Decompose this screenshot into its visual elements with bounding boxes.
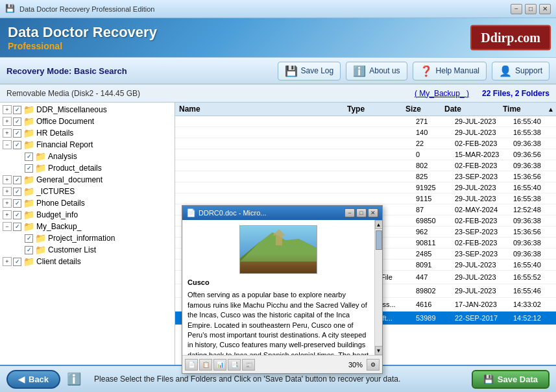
recovery-mode-label: Recovery Mode: Basic Search [6,66,272,76]
tree-expander[interactable]: + [3,210,12,219]
tree-checkbox[interactable] [13,176,21,184]
scroll-up-arrow[interactable]: ▲ [375,220,383,229]
file-row[interactable]: 9192529-JUL-202316:55:40 [175,182,556,193]
tree-item-pictures[interactable]: +📁_ICTURES [0,186,175,197]
file-row[interactable]: 911529-JUL-202316:55:38 [175,193,556,204]
tree-checkbox[interactable] [13,117,21,126]
tree-checkbox[interactable] [13,223,21,231]
col-header-type: Type [344,104,403,114]
file-row[interactable]: 2202-FEB-202309:36:38 [175,138,556,149]
tree-expander[interactable]: + [3,129,12,138]
save-data-button[interactable]: 💾 Save Data [472,370,550,389]
file-date: 29-JUL-2023 [452,273,511,281]
tree-checkbox[interactable] [13,129,21,138]
doc-minimize-btn[interactable]: − [344,208,355,217]
file-row[interactable]: 015-MAR-202309:36:56 [175,149,556,160]
tree-label: DDR_Miscellaneous [36,105,107,114]
doc-window: 📄 DDRC0.doc - Micro... − □ ✕ [182,205,383,374]
tree-checkbox[interactable] [13,141,21,149]
tree-checkbox[interactable] [25,246,33,254]
tree-item-analysis[interactable]: 📁Analysis [0,151,175,162]
tree-expander[interactable]: + [3,199,12,208]
doc-maximize-btn[interactable]: □ [356,208,367,217]
save-log-button[interactable]: 💾 Save Log [278,62,341,80]
tree-item-office_doc[interactable]: +📁Office Document [0,116,175,127]
tree-expander[interactable]: + [3,105,12,114]
col-header-name: Name [175,104,344,114]
tree-item-my_backup[interactable]: −📁My_Backup_ [0,221,175,232]
tree-checkbox[interactable] [13,258,21,266]
status-message: Please Select the Files and Folders and … [88,374,465,384]
tree-item-general_doc[interactable]: +📁General_document [0,174,175,186]
tree-checkbox[interactable] [13,211,21,219]
tree-checkbox[interactable] [13,188,21,196]
file-date: 29-JUL-2023 [452,184,511,191]
tree-item-client_details[interactable]: +📁Client details [0,256,175,267]
tree-checkbox[interactable] [13,199,21,208]
tree-item-project_info[interactable]: 📁Project_information [0,232,175,244]
folder-icon: 📁 [35,163,46,173]
support-icon: 👤 [499,65,512,77]
tree-checkbox[interactable] [25,234,33,243]
tree-expander[interactable]: − [3,140,12,149]
tree-checkbox[interactable] [13,106,21,114]
file-date: 02-FEB-2023 [452,217,511,225]
scroll-down-arrow[interactable]: ▼ [375,346,383,355]
tree-label: Office Document [36,117,94,126]
doc-footer: 📄 📋 📊 📑 📰 30% ⚙ [182,355,382,373]
file-row[interactable]: 14029-JUL-202316:55:38 [175,127,556,138]
doc-close-btn[interactable]: ✕ [368,208,378,217]
scroll-top-btn[interactable]: ▲ [546,104,556,114]
about-us-button[interactable]: ℹ️ About us [346,62,407,80]
file-row[interactable]: 27129-JUL-202316:55:40 [175,116,556,127]
tree-item-hr_details[interactable]: +📁HR Details [0,127,175,139]
doc-view-btn3[interactable]: 📊 [213,359,226,371]
maximize-button[interactable]: □ [525,4,537,14]
file-date: 02-MAY-2024 [452,206,511,214]
tree-item-budget_info[interactable]: +📁Budget_info [0,209,175,221]
tree-label: Financial Report [36,140,93,149]
tree-item-customer_list[interactable]: 📁Customer List [0,244,175,256]
tree-item-financial_report[interactable]: −📁Financial Report [0,139,175,151]
minimize-button[interactable]: − [511,4,522,14]
back-icon: ◀ [18,374,25,384]
file-date: 22-SEP-2017 [452,314,511,322]
tree-label: Product_details [48,164,102,173]
tree-expander[interactable]: + [3,257,12,266]
tree-expander[interactable]: + [3,117,12,126]
file-row[interactable]: 82523-SEP-202315:36:56 [175,171,556,182]
folder-icon: 📁 [23,198,34,208]
back-button[interactable]: ◀ Back [6,370,60,389]
file-date: 02-FEB-2023 [452,239,511,247]
tree-item-ddr_misc[interactable]: +📁DDR_Miscellaneous [0,104,175,116]
header: Data Doctor Recovery Professional Ddirp.… [0,18,556,57]
file-time: 15:36:56 [511,173,556,180]
doc-view-btn4[interactable]: 📑 [228,359,241,371]
tree-checkbox[interactable] [25,153,33,161]
file-date: 29-JUL-2023 [452,287,511,295]
file-row[interactable]: 80202-FEB-202309:36:38 [175,160,556,171]
file-time: 16:55:46 [511,287,556,295]
folder-icon: 📁 [23,210,34,220]
file-size: 9115 [413,195,452,202]
doc-view-btn1[interactable]: 📄 [185,359,198,371]
tree-item-product_details[interactable]: 📁Product_details [0,162,175,174]
scroll-thumb[interactable] [376,230,382,250]
brand-name: Data Doctor Recovery [8,24,157,41]
file-size: 90811 [413,239,452,247]
help-manual-button[interactable]: ❓ Help Manual [413,62,487,80]
tree-expander[interactable]: − [3,222,12,231]
close-button[interactable]: ✕ [539,4,551,14]
file-size: 89802 [413,287,452,295]
tree-expander[interactable]: + [3,175,12,184]
tree-checkbox[interactable] [25,164,33,173]
doc-view-btn5[interactable]: 📰 [242,359,255,371]
info-icon-bottom: ℹ️ [67,372,81,386]
backup-link[interactable]: ( My_Backup_ ) [402,89,482,98]
tree-expander[interactable]: + [3,187,12,196]
tree-item-phone_details[interactable]: +📁Phone Details [0,197,175,209]
file-time: 14:33:02 [511,300,556,308]
doc-zoom-btn[interactable]: ⚙ [367,359,380,371]
doc-view-btn2[interactable]: 📋 [199,359,212,371]
support-button[interactable]: 👤 Support [492,62,550,80]
